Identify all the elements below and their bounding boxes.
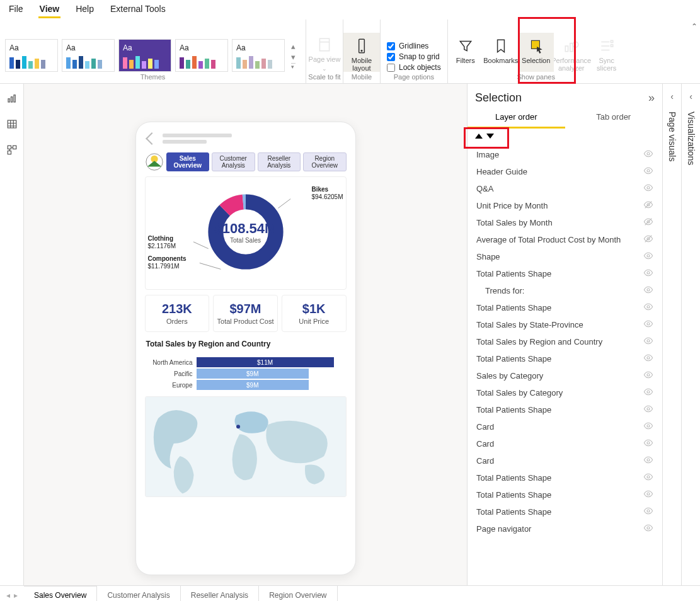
visible-icon[interactable] <box>643 370 653 382</box>
tab-order-tab[interactable]: Tab order <box>565 107 663 129</box>
layer-item[interactable]: Total Patients Shape <box>468 469 662 486</box>
layer-item[interactable]: Total Patients Shape <box>468 401 662 418</box>
tab-sales-overview[interactable]: Sales Overview <box>166 152 210 171</box>
menu-file[interactable]: File <box>8 1 25 18</box>
layer-item[interactable]: Total Patients Shape <box>468 299 662 316</box>
donut-chart[interactable]: $108.54M Total Sales Bikes$94.6205M Clot… <box>145 176 347 290</box>
menu-help[interactable]: Help <box>74 1 95 18</box>
layer-item[interactable]: Card <box>468 435 662 452</box>
page-visuals-pane-collapsed[interactable]: ‹Page visuals <box>662 84 681 585</box>
page-tab-sales-overview[interactable]: Sales Overview <box>24 586 97 602</box>
hidden-icon[interactable] <box>643 217 653 229</box>
theme-swatch[interactable]: Aa <box>175 39 228 72</box>
visible-icon[interactable] <box>643 285 653 297</box>
layer-item[interactable]: Total Patients Shape <box>468 486 662 503</box>
layer-item[interactable]: Total Sales by Category <box>468 384 662 401</box>
next-page-icon[interactable]: ▸ <box>14 591 18 600</box>
selection-button[interactable]: Selection <box>519 33 554 72</box>
hbar-title: Total Sales by Region and Country <box>145 337 347 351</box>
move-up-icon[interactable] <box>475 134 483 139</box>
layer-item[interactable]: Q&A <box>468 180 662 197</box>
layer-item[interactable]: Total Sales by Region and Country <box>468 333 662 350</box>
layer-item[interactable]: Average of Total Product Cost by Month <box>468 231 662 248</box>
visible-icon[interactable] <box>643 387 653 399</box>
hbar-chart[interactable]: North America$11MPacific$9MEurope$9M <box>145 356 347 391</box>
layer-item[interactable]: Sales by Category <box>468 367 662 384</box>
visible-icon[interactable] <box>643 421 653 433</box>
tab-reseller-analysis[interactable]: Reseller Analysis <box>258 152 301 171</box>
tab-customer-analysis[interactable]: Customer Analysis <box>212 152 255 171</box>
move-down-icon[interactable] <box>486 134 494 139</box>
theme-swatch[interactable]: Aa <box>62 39 115 72</box>
layer-item[interactable]: Card <box>468 452 662 469</box>
layer-item[interactable]: Page navigator <box>468 520 662 537</box>
visible-icon[interactable] <box>643 438 653 450</box>
hidden-icon[interactable] <box>643 200 653 212</box>
layer-order-tab[interactable]: Layer order <box>468 107 565 129</box>
canvas[interactable]: Sales Overview Customer Analysis Reselle… <box>24 84 467 585</box>
hidden-icon[interactable] <box>643 234 653 246</box>
layer-item[interactable]: Card <box>468 418 662 435</box>
theme-swatch[interactable]: Aa <box>5 39 58 72</box>
gallery-down-icon[interactable]: ▾ <box>291 52 295 62</box>
visible-icon[interactable] <box>643 523 653 535</box>
visible-icon[interactable] <box>643 302 653 314</box>
ribbon-collapse-icon[interactable]: ⌃ <box>691 22 697 31</box>
page-tab-customer-analysis[interactable]: Customer Analysis <box>97 586 180 601</box>
layer-item[interactable]: Header Guide <box>468 163 662 180</box>
filters-button[interactable]: Filters <box>448 33 483 72</box>
menu-view[interactable]: View <box>38 1 61 18</box>
snap-checkbox[interactable]: Snap to grid <box>387 52 441 61</box>
visible-icon[interactable] <box>643 489 653 501</box>
gridlines-checkbox[interactable]: Gridlines <box>387 42 441 50</box>
visualizations-pane-collapsed[interactable]: ‹Visualizations <box>681 84 700 585</box>
svg-rect-12 <box>8 120 16 128</box>
visible-icon[interactable] <box>643 506 653 518</box>
menu-bar: File View Help External Tools <box>0 0 700 20</box>
visible-icon[interactable] <box>643 183 653 195</box>
visible-icon[interactable] <box>643 319 653 331</box>
theme-swatch-selected[interactable]: Aa <box>118 39 171 72</box>
model-view-icon[interactable] <box>6 144 18 157</box>
layer-item[interactable]: Unit Price by Month <box>468 197 662 214</box>
visible-icon[interactable] <box>643 353 653 365</box>
data-view-icon[interactable] <box>6 118 18 132</box>
layer-item[interactable]: Total Sales by State-Province <box>468 316 662 333</box>
visible-icon[interactable] <box>643 336 653 348</box>
tab-region-overview[interactable]: Region Overview <box>303 152 347 171</box>
visible-icon[interactable] <box>643 166 653 178</box>
visible-icon[interactable] <box>643 268 653 280</box>
kpi-unit-price[interactable]: $1KUnit Price <box>282 295 347 332</box>
visible-icon[interactable] <box>643 404 653 416</box>
lock-checkbox[interactable]: Lock objects <box>387 63 441 72</box>
hbar-row: Pacific$9M <box>145 369 347 379</box>
layer-item[interactable]: Total Patients Shape <box>468 350 662 367</box>
layer-item[interactable]: Shape <box>468 248 662 265</box>
menu-external-tools[interactable]: External Tools <box>109 1 167 18</box>
themes-gallery[interactable]: Aa Aa Aa Aa Aa ▴ ▾ ▾ <box>0 35 306 72</box>
bookmarks-button[interactable]: Bookmarks <box>483 33 519 72</box>
gallery-more-icon[interactable]: ▾ <box>291 63 295 70</box>
back-icon[interactable] <box>146 132 158 145</box>
expand-pane-icon[interactable]: » <box>648 91 655 105</box>
visible-icon[interactable] <box>643 251 653 263</box>
map-visual[interactable] <box>145 396 347 497</box>
visible-icon[interactable] <box>643 149 653 161</box>
layer-item[interactable]: Image <box>468 146 662 163</box>
visible-icon[interactable] <box>643 472 653 484</box>
layer-item[interactable]: Total Patients Shape <box>468 265 662 282</box>
report-view-icon[interactable] <box>6 93 18 106</box>
theme-swatch[interactable]: Aa <box>232 39 285 72</box>
kpi-orders[interactable]: 213KOrders <box>145 295 210 332</box>
page-tab-region-overview[interactable]: Region Overview <box>259 586 337 601</box>
gallery-up-icon[interactable]: ▴ <box>291 42 295 51</box>
visible-icon[interactable] <box>643 455 653 467</box>
kpi-product-cost[interactable]: $97MTotal Product Cost <box>213 295 278 332</box>
layer-item[interactable]: Total Patients Shape <box>468 503 662 520</box>
layer-item[interactable]: Total Sales by Month <box>468 214 662 231</box>
prev-page-icon[interactable]: ◂ <box>6 591 10 600</box>
svg-rect-8 <box>611 45 612 47</box>
page-tab-reseller-analysis[interactable]: Reseller Analysis <box>181 586 259 601</box>
layer-item[interactable]: Trends for: <box>468 282 662 299</box>
mobile-layout-button[interactable]: Mobile layout <box>343 33 380 72</box>
